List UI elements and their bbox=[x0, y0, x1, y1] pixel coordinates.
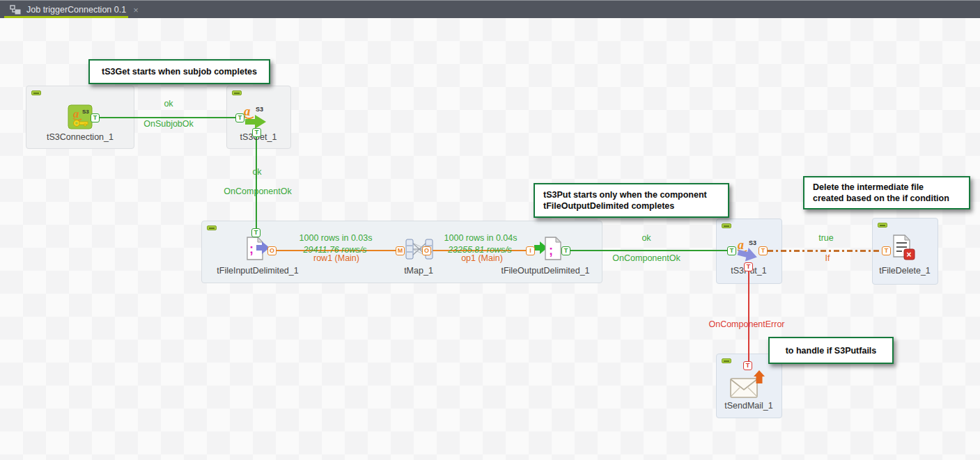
svg-text:;: ; bbox=[549, 244, 553, 257]
svg-text:S3: S3 bbox=[749, 239, 756, 246]
link-oncomponenterror[interactable] bbox=[748, 271, 749, 363]
row-count-label: 1000 rows in 0.03s bbox=[300, 233, 373, 243]
tfiledelete-icon[interactable]: × bbox=[889, 234, 917, 262]
svg-text:×: × bbox=[907, 250, 912, 260]
trigger-anchor[interactable]: T bbox=[882, 246, 891, 255]
job-icon bbox=[10, 5, 21, 15]
trigger-anchor[interactable]: T bbox=[252, 128, 261, 137]
note-text: tFileOutputDelimited completes bbox=[543, 200, 720, 212]
trigger-anchor[interactable]: T bbox=[727, 246, 736, 255]
component-label[interactable]: tFileInputDelimited_1 bbox=[217, 266, 298, 276]
collapse-chip[interactable] bbox=[878, 223, 887, 228]
ts3connection-icon[interactable]: a S3 bbox=[68, 104, 93, 129]
note-sendmail[interactable]: to handle if S3Putfails bbox=[768, 337, 894, 364]
component-label[interactable]: tMap_1 bbox=[404, 266, 433, 276]
link-type-label: OnComponentError bbox=[708, 319, 784, 329]
collapse-chip[interactable] bbox=[232, 90, 242, 95]
svg-text:S3: S3 bbox=[82, 109, 89, 115]
component-label[interactable]: tSendMail_1 bbox=[724, 401, 773, 411]
note-filedelete[interactable]: Delete the intermediate file created bas… bbox=[803, 176, 970, 209]
link-name-label: op1 (Main) bbox=[461, 253, 503, 263]
trigger-anchor[interactable]: T bbox=[759, 246, 768, 255]
output-anchor[interactable]: O bbox=[422, 246, 431, 255]
note-s3put[interactable]: tS3Put starts only when the component tF… bbox=[534, 183, 729, 218]
note-s3get[interactable]: tS3Get starts when subjob completes bbox=[88, 59, 270, 84]
trigger-anchor[interactable]: T bbox=[743, 361, 752, 370]
svg-text:;: ; bbox=[249, 242, 254, 256]
svg-text:S3: S3 bbox=[256, 106, 263, 113]
link-status-label: ok bbox=[641, 233, 651, 243]
svg-text:a: a bbox=[244, 104, 251, 118]
link-oncomponentok-2[interactable] bbox=[570, 250, 727, 251]
link-oncomponentok-1[interactable] bbox=[256, 136, 257, 229]
tsendmail-icon[interactable] bbox=[729, 370, 768, 400]
link-status-label: ok bbox=[252, 167, 261, 177]
tfileoutputdelimited-icon[interactable]: ; bbox=[534, 236, 564, 261]
note-text: tS3Put starts only when the component bbox=[543, 189, 720, 200]
link-name-label: row1 (Main) bbox=[313, 253, 359, 263]
link-type-label: OnComponentOk bbox=[224, 187, 291, 196]
input-anchor[interactable]: I bbox=[526, 246, 535, 255]
note-text: to handle if S3Putfails bbox=[786, 345, 877, 356]
link-type-label: OnComponentOk bbox=[612, 253, 680, 263]
trigger-anchor[interactable]: T bbox=[91, 113, 100, 122]
link-type-label: If bbox=[825, 253, 830, 263]
job-design-canvas[interactable]: ok OnSubjobOk ok OnComponentOk 1000 rows… bbox=[0, 18, 980, 460]
editor-tab-bar: Job triggerConnection 0.1 × bbox=[0, 0, 980, 18]
output-anchor[interactable]: O bbox=[267, 246, 277, 255]
note-text: created based on the if condition bbox=[813, 193, 960, 204]
component-label[interactable]: tFileDelete_1 bbox=[879, 266, 931, 276]
trigger-anchor[interactable]: T bbox=[744, 262, 753, 271]
collapse-chip[interactable] bbox=[31, 90, 41, 95]
link-type-label: OnSubjobOk bbox=[143, 119, 194, 129]
tab-close-icon[interactable]: × bbox=[133, 5, 139, 15]
map-in-anchor[interactable]: M bbox=[396, 246, 405, 255]
link-status-label: ok bbox=[164, 99, 173, 109]
row-count-label: 1000 rows in 0.04s bbox=[444, 233, 518, 243]
tab-title: Job triggerConnection 0.1 bbox=[26, 5, 126, 15]
trigger-anchor[interactable]: T bbox=[235, 113, 244, 122]
link-onsubjobok[interactable] bbox=[100, 117, 237, 118]
trigger-anchor[interactable]: T bbox=[251, 228, 260, 237]
component-label[interactable]: tFileOutputDelimited_1 bbox=[501, 266, 589, 276]
link-status-label: true bbox=[818, 233, 834, 243]
trigger-anchor[interactable]: T bbox=[561, 246, 570, 255]
note-text: tS3Get starts when subjob completes bbox=[102, 66, 257, 77]
link-if[interactable] bbox=[768, 250, 882, 252]
collapse-chip[interactable] bbox=[722, 223, 731, 228]
collapse-chip[interactable] bbox=[722, 358, 731, 363]
note-text: Delete the intermediate file bbox=[813, 182, 960, 193]
collapse-chip[interactable] bbox=[207, 225, 217, 230]
component-label[interactable]: tS3Connection_1 bbox=[47, 132, 114, 142]
